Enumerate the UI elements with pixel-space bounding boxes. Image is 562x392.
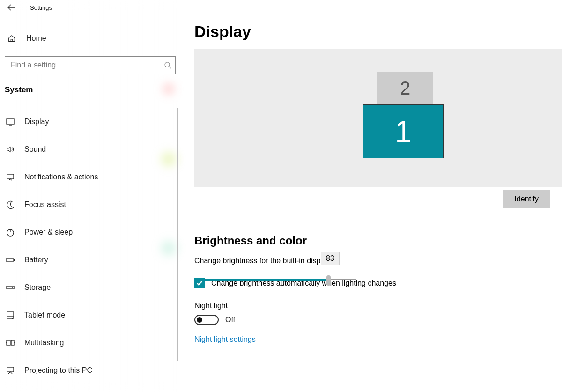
sidebar-item-label: Tablet mode xyxy=(24,311,65,319)
window-title: Settings xyxy=(30,4,52,11)
sidebar-item-label: Sound xyxy=(24,145,46,154)
sidebar-item-storage[interactable]: Storage xyxy=(0,274,180,301)
display-arrangement[interactable]: 2 1 xyxy=(194,49,562,187)
svg-rect-4 xyxy=(7,258,13,262)
sidebar: Settings Home Find a setting System Disp… xyxy=(0,0,180,392)
check-icon xyxy=(196,280,203,287)
back-arrow-icon xyxy=(7,4,15,11)
svg-rect-1 xyxy=(7,119,14,124)
tablet-icon xyxy=(6,311,15,320)
svg-rect-9 xyxy=(7,340,10,345)
svg-rect-5 xyxy=(14,259,15,261)
sidebar-item-label: Projecting to this PC xyxy=(24,366,92,375)
night-light-toggle[interactable] xyxy=(194,315,219,325)
sidebar-item-tablet-mode[interactable]: Tablet mode xyxy=(0,301,180,329)
svg-rect-2 xyxy=(7,174,14,179)
home-label: Home xyxy=(26,34,46,43)
moon-icon xyxy=(6,200,15,209)
home-icon xyxy=(7,34,16,43)
sidebar-item-notifications[interactable]: Notifications & actions xyxy=(0,163,180,191)
brightness-label: Change brightness for the built-in displ… xyxy=(194,257,562,265)
page-title: Display xyxy=(194,22,562,41)
search-placeholder: Find a setting xyxy=(11,61,164,69)
sidebar-item-label: Multitasking xyxy=(24,339,64,347)
projecting-icon xyxy=(6,366,15,375)
multitasking-icon xyxy=(6,338,15,348)
svg-point-0 xyxy=(165,62,170,67)
sidebar-item-label: Display xyxy=(24,118,49,126)
brightness-section-heading: Brightness and color xyxy=(194,234,562,247)
sidebar-item-label: Notifications & actions xyxy=(24,173,98,181)
night-light-label: Night light xyxy=(194,302,562,310)
battery-icon xyxy=(6,255,15,265)
sidebar-item-battery[interactable]: Battery xyxy=(0,246,180,274)
display-icon xyxy=(6,117,15,126)
brightness-tooltip: 83 xyxy=(321,252,340,265)
slider-fill xyxy=(194,279,328,281)
power-icon xyxy=(6,228,15,237)
search-icon xyxy=(164,61,171,69)
night-light-state: Off xyxy=(225,316,235,324)
svg-rect-11 xyxy=(7,367,14,372)
titlebar: Settings xyxy=(0,0,180,15)
sidebar-section-title: System xyxy=(0,74,180,95)
notifications-icon xyxy=(6,172,15,182)
content-area: Display 2 1 Identify Brightness and colo… xyxy=(180,0,562,392)
monitor-2[interactable]: 2 xyxy=(377,72,433,104)
search-input[interactable]: Find a setting xyxy=(5,56,176,74)
scrollbar[interactable] xyxy=(177,108,178,361)
slider-thumb[interactable] xyxy=(326,275,331,286)
svg-rect-10 xyxy=(11,340,14,345)
home-button[interactable]: Home xyxy=(0,29,180,48)
svg-rect-8 xyxy=(7,312,14,318)
sidebar-item-label: Storage xyxy=(24,283,51,292)
back-button[interactable] xyxy=(7,3,16,12)
night-light-settings-link[interactable]: Night light settings xyxy=(194,335,562,344)
sidebar-item-label: Battery xyxy=(24,256,48,264)
identify-button[interactable]: Identify xyxy=(503,190,550,208)
sidebar-item-label: Focus assist xyxy=(24,200,66,209)
sidebar-item-label: Power & sleep xyxy=(24,228,73,237)
sidebar-item-display[interactable]: Display xyxy=(0,108,180,135)
storage-icon xyxy=(6,283,15,292)
sidebar-item-sound[interactable]: Sound xyxy=(0,135,180,163)
monitor-1[interactable]: 1 xyxy=(363,104,444,158)
sound-icon xyxy=(6,145,15,154)
svg-point-7 xyxy=(12,287,13,288)
sidebar-item-multitasking[interactable]: Multitasking xyxy=(0,329,180,356)
sidebar-item-focus-assist[interactable]: Focus assist xyxy=(0,191,180,218)
sidebar-item-power-sleep[interactable]: Power & sleep xyxy=(0,218,180,246)
sidebar-item-projecting[interactable]: Projecting to this PC xyxy=(0,356,180,384)
